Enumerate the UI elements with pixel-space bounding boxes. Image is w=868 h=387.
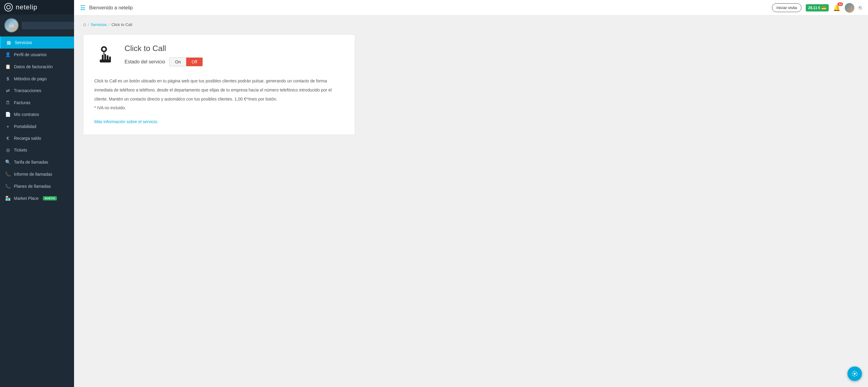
sidebar-item-facturas[interactable]: 🗒Facturas <box>0 97 74 108</box>
sidebar-item-marketplace[interactable]: 🏪Market PlaceNUEVO <box>0 192 74 204</box>
more-info-link[interactable]: Más información sobre el servicio. <box>94 118 158 126</box>
logo-text: netelip <box>16 3 37 11</box>
main-content: ☰ Bienvenido a netelip Iniciar visita 28… <box>74 0 868 387</box>
sidebar-item-planes[interactable]: 📞Planes de llamadas <box>0 180 74 192</box>
sidebar-item-facturacion[interactable]: 📋Datos de facturación <box>0 61 74 73</box>
contratos-nav-icon: 📄 <box>5 112 11 117</box>
sidebar-item-label-servicios: Servicios <box>15 40 32 45</box>
toggle-group: On Off <box>169 57 203 66</box>
perfil-nav-icon: 👤 <box>5 52 11 57</box>
sidebar-item-pago[interactable]: $Métodos de pago <box>0 73 74 84</box>
sidebar-item-perfil[interactable]: 👤Perfil de usuarios <box>0 48 74 61</box>
sidebar-item-transacciones[interactable]: ⇄Transacciones <box>0 84 74 97</box>
facturacion-nav-icon: 📋 <box>5 64 11 69</box>
notification-count: 14 <box>837 2 843 6</box>
planes-nav-icon: 📞 <box>5 183 11 189</box>
sidebar-item-contratos[interactable]: 📄Mis contratos <box>0 108 74 120</box>
card-icon: 💳 <box>821 5 826 10</box>
service-card: Click to Call Estado del servicio On Off… <box>83 34 355 135</box>
notifications-button[interactable]: 🔔 14 <box>833 4 840 11</box>
sidebar-item-informe[interactable]: 📞Informe de llamadas <box>0 168 74 180</box>
sidebar-item-servicios[interactable]: ▦Servicios <box>0 37 74 48</box>
balance-amount: 28,11 € <box>808 6 820 10</box>
breadcrumb-servicios-link[interactable]: Servicios <box>91 22 107 27</box>
portabilidad-nav-icon: + <box>5 124 11 129</box>
click-to-call-icon <box>94 44 116 70</box>
hamburger-icon[interactable]: ☰ <box>80 4 86 11</box>
logout-icon[interactable]: ⎋ <box>859 4 862 11</box>
avatar[interactable]: 🏔 <box>4 18 19 33</box>
svg-point-0 <box>7 5 10 9</box>
service-info: Click to Call Estado del servicio On Off <box>125 44 344 66</box>
informe-nav-icon: 📞 <box>5 172 11 177</box>
facturas-nav-icon: 🗒 <box>5 100 11 105</box>
svg-rect-5 <box>104 54 106 60</box>
svg-point-2 <box>102 48 105 51</box>
sidebar-item-label-portabilidad: Portabilidad <box>14 124 36 129</box>
sidebar-item-portabilidad[interactable]: +Portabilidad <box>0 120 74 132</box>
topbar: ☰ Bienvenido a netelip Iniciar visita 28… <box>74 0 868 16</box>
sidebar-item-label-perfil: Perfil de usuarios <box>14 52 46 57</box>
float-action-button[interactable] <box>847 366 862 381</box>
svg-rect-6 <box>107 55 108 60</box>
iniciar-visita-button[interactable]: Iniciar visita <box>772 3 802 12</box>
breadcrumb-home-icon[interactable]: ⌂ <box>83 22 86 27</box>
tickets-nav-icon: ◎ <box>5 147 11 153</box>
logo-icon <box>4 3 13 11</box>
breadcrumb: ⌂ / Servicios / Click to Call <box>83 22 859 27</box>
topbar-avatar[interactable] <box>845 3 855 13</box>
sidebar-item-label-marketplace: Market Place <box>14 196 39 201</box>
user-section: 🏔 <box>0 14 74 37</box>
svg-point-9 <box>854 373 856 375</box>
sidebar-header: netelip <box>0 0 74 14</box>
sidebar-item-label-contratos: Mis contratos <box>14 112 39 117</box>
pago-nav-icon: $ <box>5 76 11 81</box>
content-area: ⌂ / Servicios / Click to Call <box>74 16 868 387</box>
status-label: Estado del servicio <box>125 59 165 65</box>
sidebar-item-label-planes: Planes de llamadas <box>14 184 51 189</box>
sidebar-item-label-informe: Informe de llamadas <box>14 172 52 177</box>
breadcrumb-current: Click to Call <box>112 22 132 27</box>
sidebar-item-label-pago: Métodos de pago <box>14 76 46 81</box>
tarifa-nav-icon: 🔍 <box>5 160 11 165</box>
service-status: Estado del servicio On Off <box>125 57 344 66</box>
breadcrumb-sep-1: / <box>88 22 89 27</box>
badge-nuevo-marketplace: NUEVO <box>43 196 57 201</box>
marketplace-nav-icon: 🏪 <box>5 196 11 201</box>
service-title: Click to Call <box>125 44 344 53</box>
balance-badge: 28,11 € 💳 <box>806 4 829 11</box>
description-line2: inmediata de teléfono a teléfono, desde … <box>94 86 342 94</box>
sidebar-item-label-tarifa: Tarifa de llamadas <box>14 160 49 165</box>
sidebar-item-label-tickets: Tickets <box>14 148 27 152</box>
sidebar-item-tarifa[interactable]: 🔍Tarifa de llamadas <box>0 156 74 168</box>
sidebar: netelip 🏔 ▦Servicios👤Perfil de usuarios📋… <box>0 0 74 387</box>
recarga-nav-icon: € <box>5 136 11 141</box>
svg-rect-8 <box>100 60 111 63</box>
description-line1: Click to Call es un botón ubicado en tu … <box>94 78 342 85</box>
service-header: Click to Call Estado del servicio On Off <box>94 44 344 70</box>
nav-menu: ▦Servicios👤Perfil de usuarios📋Datos de f… <box>0 37 74 204</box>
servicios-nav-icon: ▦ <box>6 40 12 45</box>
sidebar-item-recarga[interactable]: €Recarga saldo <box>0 132 74 144</box>
sidebar-item-label-facturas: Facturas <box>14 100 30 105</box>
service-description: Click to Call es un botón ubicado en tu … <box>94 78 342 126</box>
description-line3: cliente. Mantén un contacto directo y au… <box>94 96 342 103</box>
topbar-left: ☰ Bienvenido a netelip <box>80 4 133 11</box>
transacciones-nav-icon: ⇄ <box>5 88 11 93</box>
sidebar-item-tickets[interactable]: ◎Tickets <box>0 144 74 156</box>
topbar-right: Iniciar visita 28,11 € 💳 🔔 14 ⎋ <box>772 3 862 13</box>
toggle-off-button[interactable]: Off <box>186 58 203 66</box>
sidebar-item-label-transacciones: Transacciones <box>14 88 41 93</box>
description-note: * IVA no incluido. <box>94 104 342 112</box>
toggle-on-button[interactable]: On <box>169 58 186 66</box>
breadcrumb-sep-2: / <box>108 22 110 27</box>
sidebar-item-label-recarga: Recarga saldo <box>14 136 41 141</box>
search-input[interactable] <box>22 22 74 29</box>
topbar-title: Bienvenido a netelip <box>89 5 133 10</box>
sidebar-item-label-facturacion: Datos de facturación <box>14 64 53 69</box>
